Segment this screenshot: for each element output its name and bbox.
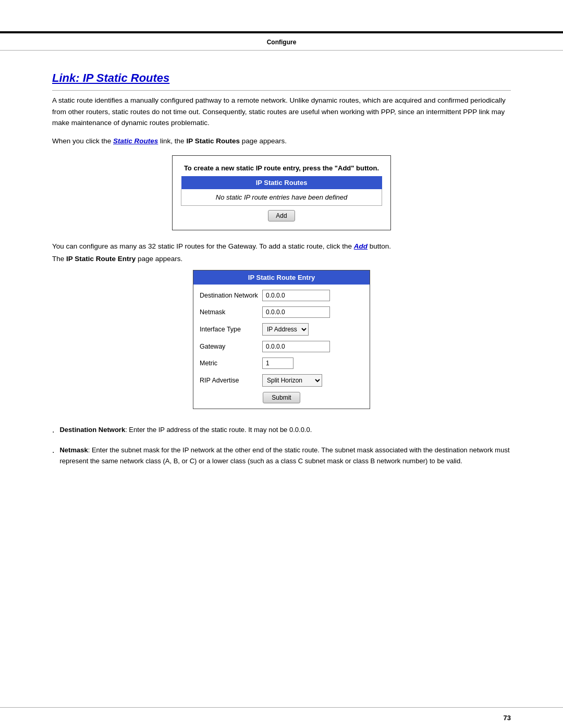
gateway-label: Gateway <box>200 343 262 350</box>
rip-advertise-select[interactable]: Split Horizon Poison Reverse Disabled <box>262 374 322 387</box>
submit-button[interactable]: Submit <box>263 392 300 403</box>
metric-input[interactable] <box>262 357 293 369</box>
inline-paragraph: When you click the Static Routes link, t… <box>52 137 511 145</box>
route-entry-bold: IP Static Route Entry <box>66 255 136 263</box>
destination-network-label: Destination Network <box>200 292 262 299</box>
bullet-dot-1: · <box>52 425 54 439</box>
netmask-input[interactable] <box>262 306 330 318</box>
route-entry-prefix: The <box>52 255 66 263</box>
main-content: Link: IP Static Routes A static route id… <box>0 51 563 707</box>
footer-area: 73 <box>0 708 563 728</box>
add-button[interactable]: Add <box>268 210 295 221</box>
second-paragraph: You can configure as many as 32 static I… <box>52 241 511 252</box>
interface-type-label: Interface Type <box>200 326 262 333</box>
route-entry-suffix: page appears. <box>136 255 182 263</box>
static-routes-empty-message: No static IP route entries have been def… <box>181 189 382 206</box>
netmask-label: Netmask <box>200 309 262 316</box>
route-entry-form: Destination Network Netmask Interface Ty… <box>193 285 370 409</box>
bullet-text-netmask: Netmask: Enter the subnet mask for the I… <box>59 445 511 467</box>
page-container: Configure Link: IP Static Routes A stati… <box>0 0 563 728</box>
bullet-item-destination: · Destination Network: Enter the IP addr… <box>52 425 511 439</box>
static-routes-box: To create a new static IP route entry, p… <box>172 155 391 230</box>
page-number: 73 <box>504 714 511 722</box>
add-button-row: Add <box>181 210 382 221</box>
static-routes-table-header: IP Static Routes <box>181 176 382 189</box>
destination-network-input[interactable] <box>262 290 330 301</box>
header-label: Configure <box>267 39 297 46</box>
second-para-suffix: button. <box>368 242 391 250</box>
metric-label: Metric <box>200 360 262 367</box>
static-routes-table: IP Static Routes No static IP route entr… <box>181 176 382 206</box>
inline-prefix: When you click the <box>52 137 113 145</box>
submit-row: Submit <box>200 392 363 403</box>
netmask-row: Netmask <box>200 306 363 318</box>
route-entry-box: IP Static Route Entry Destination Networ… <box>193 270 370 409</box>
destination-network-term: Destination Network <box>59 426 125 434</box>
inline-middle: link, the <box>158 137 186 145</box>
description-text: A static route identifies a manually con… <box>52 95 511 129</box>
bullet-text-destination: Destination Network: Enter the IP addres… <box>59 425 511 436</box>
inline-bold: IP Static Routes <box>186 137 240 145</box>
add-link[interactable]: Add <box>354 242 368 250</box>
route-entry-paragraph: The IP Static Route Entry page appears. <box>52 255 511 263</box>
second-para-prefix: You can configure as many as 32 static I… <box>52 242 354 250</box>
rip-advertise-label: RIP Advertise <box>200 377 262 384</box>
bullet-section: · Destination Network: Enter the IP addr… <box>52 425 511 466</box>
gateway-row: Gateway <box>200 341 363 352</box>
gateway-input[interactable] <box>262 341 330 352</box>
route-entry-header: IP Static Route Entry <box>193 270 370 285</box>
netmask-term: Netmask <box>59 446 88 454</box>
interface-type-row: Interface Type IP Address PPP <box>200 323 363 336</box>
destination-network-row: Destination Network <box>200 290 363 301</box>
static-routes-link[interactable]: Static Routes <box>113 137 158 145</box>
inline-end: page appears. <box>240 137 287 145</box>
bullet-item-netmask: · Netmask: Enter the subnet mask for the… <box>52 445 511 467</box>
bullet-dot-2: · <box>52 446 54 459</box>
header-area: Configure <box>0 33 563 51</box>
metric-row: Metric <box>200 357 363 369</box>
interface-type-select[interactable]: IP Address PPP <box>262 323 309 336</box>
static-routes-instruction: To create a new static IP route entry, p… <box>181 164 382 172</box>
rip-advertise-row: RIP Advertise Split Horizon Poison Rever… <box>200 374 363 387</box>
page-title[interactable]: Link: IP Static Routes <box>52 71 511 91</box>
